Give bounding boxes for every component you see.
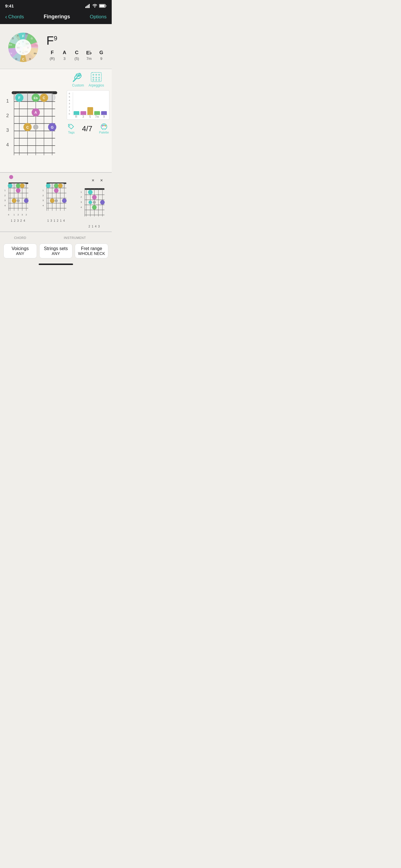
svg-point-69	[98, 77, 100, 79]
chevron-left-icon: ‹	[5, 13, 7, 20]
svg-text:4: 4	[81, 206, 82, 209]
instrument-filter-label: INSTRUMENT	[41, 236, 108, 240]
tags-button[interactable]: Tags	[67, 123, 75, 134]
svg-text:C: C	[22, 52, 24, 54]
svg-text:B: B	[20, 51, 21, 53]
thumb-fretboard-3: 1 2 3 4	[78, 184, 109, 226]
bar-chart: 6 5 4 3 2 1 0	[67, 90, 110, 120]
svg-point-125	[50, 198, 55, 203]
home-bar	[39, 264, 73, 265]
svg-text:2: 2	[18, 213, 19, 216]
note-role-r: (R)	[47, 56, 58, 61]
options-button[interactable]: Options	[90, 14, 106, 20]
svg-text:Gb: Gb	[25, 33, 28, 35]
x-label-5: 5	[87, 115, 93, 118]
svg-point-98	[24, 198, 29, 203]
x-label-r: R	[73, 115, 79, 118]
status-icons	[85, 4, 106, 8]
svg-point-96	[12, 198, 16, 203]
chord-quality: 9	[54, 35, 57, 42]
bottom-controls: Tags 4/7 Palette	[67, 122, 110, 135]
svg-point-71	[95, 79, 97, 81]
svg-point-145	[88, 190, 93, 194]
tags-label: Tags	[68, 131, 74, 134]
svg-rect-132	[85, 188, 104, 190]
arpeggios-button[interactable]: Arpeggios	[89, 72, 104, 87]
wifi-icon	[92, 4, 97, 8]
note-letter-eb: E♭	[83, 50, 95, 56]
voicings-value: ANY	[5, 251, 35, 256]
bar-3	[81, 111, 86, 115]
svg-point-72	[98, 79, 100, 81]
thumbnail-2[interactable]: 1 2 3 4 1 3 1 2 1 4	[38, 176, 74, 229]
wrench-icon	[72, 72, 84, 82]
svg-rect-7	[106, 5, 106, 7]
battery-icon	[99, 4, 106, 8]
svg-text:C: C	[22, 58, 24, 61]
svg-point-68	[95, 77, 97, 79]
svg-text:A: A	[34, 111, 37, 115]
svg-text:E: E	[22, 40, 24, 43]
svg-text:3: 3	[4, 199, 6, 202]
voicings-button[interactable]: Voicings ANY	[3, 244, 37, 258]
svg-text:4: 4	[42, 204, 44, 207]
chord-filter-label: CHORD	[3, 236, 37, 240]
note-role-3: 3	[59, 56, 70, 61]
svg-text:2: 2	[81, 196, 82, 198]
svg-text:4: 4	[6, 142, 9, 147]
svg-point-146	[92, 195, 96, 200]
fret-range-button[interactable]: Fret range WHOLE NECK	[75, 244, 108, 258]
svg-text:Eb: Eb	[9, 43, 12, 46]
svg-point-149	[100, 200, 105, 205]
palette-label: Palette	[99, 131, 109, 134]
note-role-9: 9	[95, 56, 107, 61]
svg-rect-3	[89, 4, 90, 8]
svg-text:3: 3	[42, 199, 44, 202]
svg-text:D: D	[12, 37, 14, 40]
bar-9	[101, 111, 107, 115]
svg-text:Bb: Bb	[17, 46, 20, 49]
svg-text:Bb: Bb	[34, 52, 37, 55]
palette-icon	[100, 123, 108, 130]
bar-7m	[94, 111, 100, 115]
voicings-label: Voicings	[5, 246, 35, 251]
svg-point-60	[33, 124, 38, 129]
svg-point-78	[103, 129, 105, 130]
arpeggios-label: Arpeggios	[89, 83, 104, 87]
svg-text:4: 4	[8, 213, 9, 216]
svg-text:B: B	[29, 58, 31, 60]
custom-button[interactable]: Custom	[72, 72, 84, 87]
svg-text:C#: C#	[9, 52, 12, 55]
x-label-9: 9	[101, 115, 107, 118]
svg-point-92	[8, 183, 12, 188]
svg-point-93	[16, 183, 20, 188]
svg-text:2: 2	[6, 113, 9, 118]
svg-text:3: 3	[6, 127, 9, 133]
note-role-7m: 7m	[83, 56, 95, 61]
svg-text:3: 3	[81, 201, 82, 204]
svg-text:D: D	[16, 58, 18, 60]
circle-of-fifths: F G A Bb B C D	[5, 29, 42, 66]
palette-button[interactable]: Palette	[99, 123, 109, 134]
action-buttons: Custom Arpeggios	[67, 72, 110, 87]
thumbnail-1[interactable]: 4 1 2 3 2 1 2 3 4 1 2 3 2 4	[0, 176, 36, 229]
svg-text:C: C	[26, 125, 29, 129]
status-bar: 9:41	[0, 0, 112, 10]
thumbnail-3[interactable]: × × 1 2 3	[76, 176, 112, 229]
svg-rect-0	[85, 7, 86, 8]
home-indicator	[0, 261, 112, 266]
svg-text:2: 2	[26, 213, 27, 216]
svg-text:Ab: Ab	[35, 42, 38, 45]
svg-text:1: 1	[81, 191, 82, 193]
x-label-7m: 7m	[94, 115, 100, 118]
svg-point-122	[54, 183, 58, 188]
custom-label: Custom	[72, 83, 84, 87]
svg-text:2: 2	[4, 194, 6, 197]
svg-point-126	[55, 199, 58, 202]
strings-sets-button[interactable]: Strings sets ANY	[39, 244, 73, 258]
note-letter-a: A	[59, 50, 70, 56]
svg-text:F: F	[22, 34, 24, 38]
svg-text:D: D	[27, 46, 29, 49]
back-button[interactable]: ‹ Chords	[5, 13, 24, 20]
signal-icon	[85, 4, 91, 8]
